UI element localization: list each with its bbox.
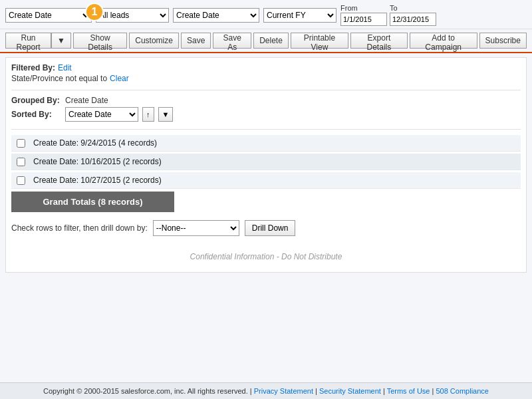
create-date-select2[interactable]: Create Date (173, 8, 259, 23)
row-checkbox-3[interactable] (17, 176, 25, 185)
row-label-1: Create Date: 9/24/2015 (4 records) (33, 138, 157, 148)
row-label-3: Create Date: 10/27/2015 (2 records) (33, 176, 162, 185)
sort-arrow-button[interactable]: ↑ (142, 107, 154, 122)
all-leads-select[interactable]: All leads (96, 8, 169, 23)
drill-down-section: Check rows to filter, then drill down by… (11, 220, 521, 236)
grouped-by-value: Create Date (65, 96, 108, 105)
filter-row: Filtered By: Edit (11, 63, 521, 72)
filter-clear-link[interactable]: Clear (110, 74, 129, 83)
filter-text: State/Province not equal to (11, 74, 107, 83)
run-report-dropdown-button[interactable]: ▼ (51, 33, 71, 49)
delete-button[interactable]: Delete (253, 33, 289, 49)
sort-dropdown-button[interactable]: ▼ (158, 107, 174, 122)
row-label-2: Create Date: 10/16/2015 (2 records) (33, 157, 162, 166)
group-section: Grouped By: Create Date Sorted By: Creat… (11, 96, 521, 130)
from-date-input[interactable] (340, 13, 387, 26)
current-fy-select[interactable]: Current FY (263, 8, 336, 23)
filter-edit-link[interactable]: Edit (58, 63, 72, 72)
run-report-wrapper: Run Report ▼ (5, 33, 71, 49)
printable-view-button[interactable]: Printable View (291, 33, 348, 49)
badge-number: 1 (85, 3, 104, 21)
save-as-button[interactable]: Save As (213, 33, 251, 49)
filter-section: Filtered By: Edit State/Province not equ… (11, 63, 521, 90)
terms-of-use-link[interactable]: Terms of Use (387, 387, 430, 395)
filtered-by-label: Filtered By: (11, 63, 55, 72)
customize-button[interactable]: Customize (129, 33, 179, 49)
grouped-by-label: Grouped By: (11, 96, 61, 105)
save-button[interactable]: Save (181, 33, 211, 49)
sort-select[interactable]: Create Date (65, 107, 138, 122)
confidential-text: Confidential Information - Do Not Distri… (11, 247, 521, 267)
grouped-by-row: Grouped By: Create Date (11, 96, 521, 105)
footer: Copyright © 2000-2015 salesforce.com, in… (0, 382, 532, 399)
drill-down-select[interactable]: --None-- (153, 220, 239, 236)
drill-down-button[interactable]: Drill Down (245, 220, 296, 236)
drill-label: Check rows to filter, then drill down by… (11, 223, 148, 233)
sorted-by-label: Sorted By: (11, 110, 61, 119)
to-date-input[interactable] (390, 13, 436, 26)
compliance-link[interactable]: 508 Compliance (436, 387, 489, 395)
filter-value-row: State/Province not equal to Clear (11, 74, 521, 83)
security-statement-link[interactable]: Security Statement (319, 387, 381, 395)
table-row: Create Date: 10/27/2015 (2 records) (11, 172, 521, 189)
add-to-campaign-button[interactable]: Add to Campaign (410, 33, 477, 49)
privacy-statement-link[interactable]: Privacy Statement (254, 387, 313, 395)
grand-totals: Grand Totals (8 records) (11, 192, 174, 212)
export-details-button[interactable]: Export Details (350, 33, 408, 49)
show-details-button[interactable]: Show Details (73, 33, 127, 49)
run-report-button[interactable]: Run Report (5, 33, 51, 49)
data-rows: Create Date: 9/24/2015 (4 records) Creat… (11, 135, 521, 189)
table-row: Create Date: 10/16/2015 (2 records) (11, 154, 521, 170)
table-row: Create Date: 9/24/2015 (4 records) (11, 135, 521, 152)
top-filter-bar: Create Date All leads Create Date Curren… (0, 0, 532, 29)
from-label: From (340, 4, 387, 12)
main-content: Filtered By: Edit State/Province not equ… (5, 57, 527, 273)
row-checkbox-1[interactable] (17, 139, 25, 148)
date-range: From To (340, 4, 436, 26)
row-checkbox-2[interactable] (17, 158, 25, 166)
to-label: To (390, 4, 436, 12)
create-date-select1[interactable]: Create Date (5, 8, 92, 23)
toolbar: Run Report ▼ Show Details Customize Save… (0, 29, 532, 53)
sorted-by-row: Sorted By: Create Date ↑ ▼ (11, 107, 521, 122)
subscribe-button[interactable]: Subscribe (479, 33, 527, 49)
footer-copyright: Copyright © 2000-2015 salesforce.com, in… (43, 387, 252, 395)
